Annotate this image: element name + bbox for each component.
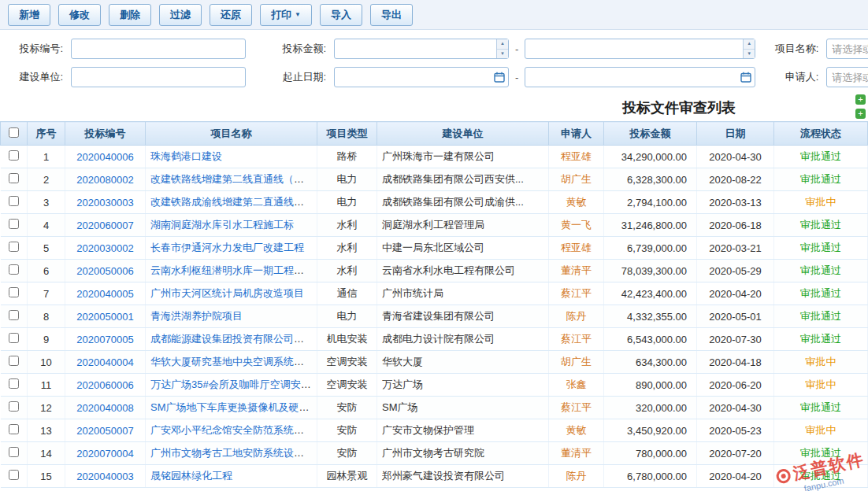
bid-date: 2020-04-30 — [709, 402, 762, 414]
project-name-link[interactable]: 广州市文物考古工地安防系统设备保修 — [150, 447, 317, 459]
applicant-link[interactable]: 张鑫 — [566, 378, 587, 390]
row-checkbox[interactable] — [9, 378, 19, 389]
applicant-link[interactable]: 黄一飞 — [561, 219, 592, 231]
bid-amount: 3,450,920.00 — [627, 425, 687, 437]
project-name-link[interactable]: 珠海鹤港口建设 — [150, 150, 222, 162]
project-name-link[interactable]: 改建铁路线增建第二线直通线（成都-... — [150, 173, 317, 185]
toolbar-button-export[interactable]: 导出 — [370, 4, 413, 26]
build-unit: SM广场 — [382, 401, 418, 413]
calendar-icon[interactable] — [494, 72, 505, 83]
project-name-select-input[interactable] — [826, 39, 868, 59]
project-name-link[interactable]: 青海洪湖养护院项目 — [150, 310, 243, 322]
row-checkbox[interactable] — [9, 219, 19, 229]
project-name-link[interactable]: 长春市伊通河水力发电厂改建工程 — [150, 242, 304, 253]
bid-no-link[interactable]: 2020040005 — [76, 288, 133, 300]
applicant-link[interactable]: 蔡江平 — [561, 287, 592, 299]
row-checkbox[interactable] — [9, 287, 19, 297]
build-unit: 中建一局东北区域公司 — [382, 242, 484, 253]
toolbar-button-filter[interactable]: 过滤 — [159, 4, 202, 26]
picker-add-icon[interactable]: + — [855, 109, 866, 119]
bid-amount: 4,332,355.00 — [627, 311, 687, 323]
bid-date: 2020-06-18 — [709, 220, 762, 231]
bid-amount-label: 投标金额: — [263, 42, 326, 56]
applicant-link[interactable]: 陈丹 — [566, 470, 587, 482]
bid-no-link[interactable]: 2020060006 — [76, 379, 133, 391]
bid-no-link[interactable]: 2020030002 — [76, 242, 133, 254]
date-range-label: 起止日期: — [263, 70, 326, 84]
select-all-checkbox[interactable] — [9, 127, 19, 138]
row-checkbox[interactable] — [9, 401, 19, 412]
bid-amount-min-input[interactable] — [334, 39, 509, 59]
bid-no-link[interactable]: 2020040003 — [76, 471, 133, 482]
date-start-input[interactable] — [334, 67, 509, 87]
project-name-link[interactable]: 湖南洞庭湖水库引水工程施工标 — [150, 219, 294, 231]
toolbar-button-import[interactable]: 导入 — [320, 4, 362, 26]
row-checkbox[interactable] — [9, 424, 19, 434]
applicant-link[interactable]: 董清平 — [561, 264, 592, 276]
row-checkbox[interactable] — [9, 447, 19, 457]
bid-no-link[interactable]: 2020070004 — [76, 448, 133, 460]
toolbar-button-delete[interactable]: 删除 — [109, 4, 151, 26]
applicant-link[interactable]: 蔡江平 — [561, 333, 592, 345]
row-index: 12 — [40, 402, 51, 414]
row-checkbox[interactable] — [9, 470, 19, 480]
spinner-up-icon[interactable]: ▲ — [744, 39, 755, 49]
row-index: 2 — [43, 174, 49, 186]
project-name-link[interactable]: 晟铭园林绿化工程 — [150, 470, 232, 482]
bid-no-link[interactable]: 2020040008 — [76, 402, 133, 414]
applicant-link[interactable]: 程亚雄 — [561, 242, 592, 253]
bid-no-link[interactable]: 2020080002 — [76, 174, 133, 186]
bid-amount-max-input[interactable] — [525, 39, 755, 59]
project-name-link[interactable]: 云南水利枢纽潜明水库一期工程施工标 — [150, 264, 317, 276]
spinner-up-icon[interactable]: ▲ — [497, 39, 508, 49]
bid-no-link[interactable]: 2020060007 — [76, 220, 133, 231]
project-name-link[interactable]: 华软大厦研究基地中央空调系统工程 — [150, 356, 314, 367]
date-end-input[interactable] — [525, 67, 755, 87]
range-separator: - — [515, 72, 518, 83]
bid-no-link[interactable]: 2020040004 — [76, 356, 133, 368]
row-checkbox[interactable] — [9, 310, 19, 320]
row-checkbox[interactable] — [9, 242, 19, 252]
row-checkbox[interactable] — [9, 264, 19, 275]
row-checkbox[interactable] — [9, 173, 19, 183]
bid-no-link[interactable]: 2020050001 — [76, 311, 133, 323]
project-name-link[interactable]: 万达广场35#会所及咖啡厅空调安装... — [150, 378, 317, 390]
applicant-link[interactable]: 程亚雄 — [561, 150, 592, 162]
spinner-down-icon[interactable]: ▼ — [497, 49, 508, 59]
bid-no-link[interactable]: 2020070005 — [76, 334, 133, 345]
bid-no-input[interactable] — [71, 39, 246, 59]
bid-no-link[interactable]: 2020050006 — [76, 265, 133, 277]
bid-no-link[interactable]: 2020040006 — [76, 151, 133, 163]
project-name-link[interactable]: 广州市天河区统计局机房改造项目 — [150, 287, 304, 299]
build-unit-input[interactable] — [71, 67, 246, 87]
applicant-link[interactable]: 董清平 — [561, 447, 592, 459]
row-checkbox[interactable] — [9, 356, 19, 366]
applicant-link[interactable]: 黄敏 — [566, 196, 587, 208]
toolbar-button-add[interactable]: 新增 — [8, 4, 50, 26]
toolbar-button-edit[interactable]: 修改 — [58, 4, 101, 26]
picker-add-icon[interactable]: + — [855, 94, 866, 105]
row-checkbox[interactable] — [9, 333, 19, 343]
applicant-link[interactable]: 蔡江平 — [561, 401, 592, 413]
flow-status-badge: 审批通过 — [800, 447, 841, 459]
table-row: 102020040004华软大厦研究基地中央空调系统工程空调安装华软大厦胡广生6… — [1, 351, 868, 374]
row-checkbox[interactable] — [9, 196, 19, 206]
project-name-link[interactable]: SM广场地下车库更换摄像机及硬盘项目 — [150, 401, 317, 413]
project-name-link[interactable]: 成都能源建设集团投资有限公司临时... — [150, 333, 317, 345]
applicant-link[interactable]: 黄敏 — [566, 424, 587, 436]
applicant-link[interactable]: 陈丹 — [566, 310, 587, 322]
applicant-select-input[interactable] — [826, 67, 868, 87]
spinner-down-icon[interactable]: ▼ — [744, 49, 755, 59]
table-row: 72020040005广州市天河区统计局机房改造项目通信广州市统计局蔡江平42,… — [1, 282, 868, 305]
toolbar-button-restore[interactable]: 还原 — [210, 4, 252, 26]
row-checkbox[interactable] — [9, 150, 19, 161]
table-row: 152020040003晟铭园林绿化工程园林景观郑州豪气建设投资有限公司陈丹6,… — [1, 465, 868, 488]
bid-no-link[interactable]: 2020050007 — [76, 425, 133, 437]
project-name-link[interactable]: 广安邓小平纪念馆安全防范系统维护... — [150, 424, 317, 436]
bid-no-link[interactable]: 2020030003 — [76, 197, 133, 209]
project-name-link[interactable]: 改建铁路成渝线增建第二直通线（成... — [150, 196, 317, 208]
toolbar-button-print[interactable]: 打印▼ — [260, 4, 312, 26]
applicant-link[interactable]: 胡广生 — [561, 356, 592, 367]
calendar-icon[interactable] — [740, 72, 751, 83]
applicant-link[interactable]: 胡广生 — [561, 173, 592, 185]
